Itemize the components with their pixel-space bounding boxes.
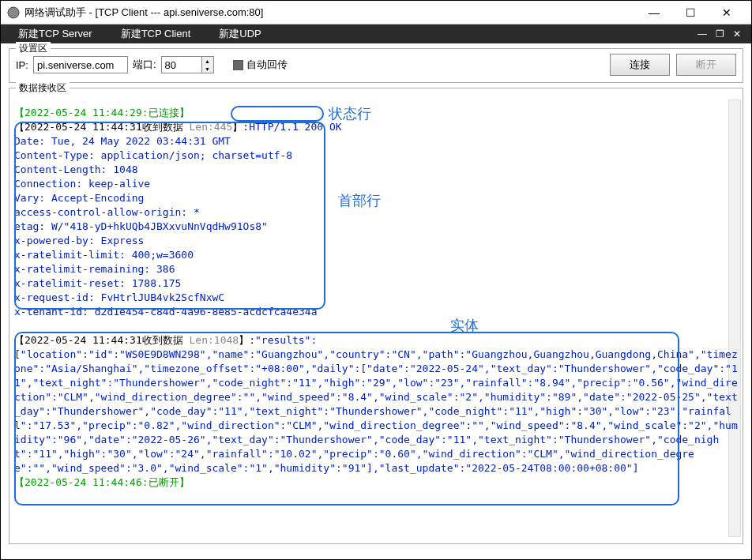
window-title: 网络调试助手 - [TCP Client --- api.seniverse.c…	[24, 6, 636, 20]
port-spin-up[interactable]: ▲	[202, 57, 213, 65]
auto-echo-checkbox[interactable]	[233, 60, 243, 70]
ip-input[interactable]	[33, 56, 128, 73]
ip-label: IP:	[16, 59, 28, 71]
mdi-close-button[interactable]: ✕	[731, 28, 743, 40]
port-spin-down[interactable]: ▼	[202, 65, 213, 73]
minimize-button[interactable]: —	[636, 1, 672, 24]
menu-bar: 新建TCP Server 新建TCP Client 新建UDP — ❐ ✕	[1, 24, 751, 43]
config-legend: 设置区	[16, 42, 51, 55]
menu-new-tcp-server[interactable]: 新建TCP Server	[4, 24, 107, 43]
log-recv2-suffix: 】:	[239, 334, 255, 346]
app-icon	[7, 6, 20, 19]
log-recv1-suffix: 】:	[232, 121, 249, 133]
http-headers: Date: Tue, 24 May 2022 03:44:31 GMT Cont…	[14, 135, 318, 318]
port-label: 端口:	[133, 58, 156, 72]
maximize-button[interactable]: ☐	[672, 1, 709, 24]
receive-fieldset: 数据接收区 【2022-05-24 11:44:29:已连接】 【2022-05…	[9, 88, 743, 544]
http-body: "results": ["location":"id":"WS0E9D8WN29…	[14, 334, 738, 474]
receive-console[interactable]: 【2022-05-24 11:44:29:已连接】 【2022-05-24 11…	[9, 88, 743, 543]
log-recv2-len: Len:1048	[190, 334, 239, 346]
http-status-line: HTTP/1.1 200 OK	[249, 121, 341, 133]
log-recv1-prefix: 【2022-05-24 11:44:31收到数据	[14, 121, 190, 133]
port-input[interactable]	[162, 57, 201, 73]
menu-new-tcp-client[interactable]: 新建TCP Client	[107, 24, 205, 43]
log-recv1-len: Len:445	[190, 121, 233, 133]
disconnect-button[interactable]: 断开	[676, 54, 736, 76]
svg-point-0	[8, 7, 19, 18]
auto-echo-label: 自动回传	[246, 58, 288, 72]
mdi-minimize-button[interactable]: —	[696, 28, 709, 40]
log-recv2-prefix: 【2022-05-24 11:44:31收到数据	[14, 334, 190, 346]
config-fieldset: 设置区 IP: 端口: ▲ ▼ 自动回传 连接 断开	[9, 48, 743, 83]
window-titlebar: 网络调试助手 - [TCP Client --- api.seniverse.c…	[1, 1, 751, 24]
close-button[interactable]: ✕	[709, 1, 745, 24]
log-disconnected: 【2022-05-24 11:44:46:已断开】	[14, 476, 190, 488]
mdi-restore-button[interactable]: ❐	[713, 28, 726, 40]
menu-new-udp[interactable]: 新建UDP	[205, 24, 275, 43]
log-connected: 【2022-05-24 11:44:29:已连接】	[14, 107, 190, 118]
connect-button[interactable]: 连接	[610, 54, 670, 76]
